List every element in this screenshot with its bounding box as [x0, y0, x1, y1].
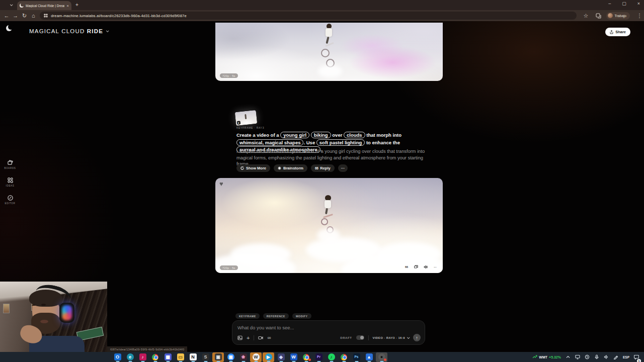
play-app-icon: ▶: [265, 353, 272, 360]
tab-title: Magical Cloud Ride | Dream M...: [26, 4, 64, 8]
model-selector[interactable]: VIDEO · RAY3 · 16:9: [373, 336, 409, 339]
taskbar-apps: Oe♪▦▭NS▣▣❀W▶◆WPr♪Ps▲●: [112, 352, 387, 362]
home-icon[interactable]: ⌂: [29, 13, 38, 19]
taskbar-app-photos-app[interactable]: ▲: [363, 352, 375, 362]
maximize-button[interactable]: ▢: [622, 1, 626, 6]
language-indicator[interactable]: ESP: [623, 355, 629, 359]
taskbar-app-window-app[interactable]: ▣: [212, 352, 224, 362]
quote-button[interactable]: 66: [403, 263, 410, 270]
taskbar-app-chrome-profile3[interactable]: [338, 352, 350, 362]
rider-figure: [322, 23, 337, 81]
video-more-button[interactable]: ···: [432, 263, 439, 270]
microphone-icon[interactable]: [594, 354, 599, 359]
draft-toggle[interactable]: [356, 335, 364, 340]
resolution-badge: 720p · 5s: [220, 265, 238, 270]
brainstorm-button[interactable]: Brainstorm: [274, 164, 307, 172]
notification-tray[interactable]: 1: [634, 352, 639, 361]
tab-groups-icon[interactable]: [596, 13, 601, 19]
taskbar-app-file-explorer[interactable]: ▭: [175, 352, 186, 362]
taskbar-app-music-app[interactable]: ♪: [137, 352, 148, 362]
sidebar-item-boards[interactable]: BOARDS: [3, 160, 17, 169]
heart-icon[interactable]: ♥: [219, 180, 223, 188]
speaker-icon[interactable]: [604, 354, 609, 359]
forward-icon[interactable]: →: [11, 13, 20, 19]
taskbar-app-spotify[interactable]: ♪: [326, 352, 337, 362]
spotify-icon: ♪: [328, 353, 335, 360]
taskbar-app-play-app[interactable]: ▶: [263, 352, 274, 362]
taskbar-app-edge[interactable]: e: [124, 352, 136, 362]
send-button[interactable]: ↑: [413, 334, 421, 341]
image-icon[interactable]: [237, 335, 243, 340]
address-bar[interactable]: dream-machine.lumalabs.ai/board/c26233db…: [40, 12, 576, 20]
taskbar-app-sticky-app[interactable]: S: [200, 352, 211, 362]
sidebar-item-editor[interactable]: EDITOR: [3, 195, 17, 205]
sparkle-icon: [278, 166, 281, 170]
taskbar-app-premiere-pro[interactable]: Pr: [313, 352, 325, 362]
chrome-icon: [152, 354, 158, 360]
stock-widget[interactable]: WMT +5.32%: [532, 354, 561, 359]
prompt-pill[interactable]: young girl: [280, 132, 309, 138]
back-icon[interactable]: ←: [2, 13, 11, 19]
frames-button[interactable]: [413, 263, 420, 270]
taskbar-app-chrome[interactable]: [149, 352, 161, 362]
reply-button[interactable]: 66 Reply: [311, 164, 335, 172]
new-tab-button[interactable]: +: [75, 3, 78, 8]
taskbar-app-microsoft-store[interactable]: ▦: [162, 352, 174, 362]
running-indicator: [254, 361, 258, 362]
loop-icon[interactable]: ∞: [267, 335, 271, 340]
taskbar-app-purple-app[interactable]: ◆: [275, 352, 287, 362]
video-camera-icon[interactable]: [258, 335, 263, 340]
luma-logo-icon[interactable]: [6, 25, 12, 31]
monitor-icon[interactable]: [575, 354, 580, 359]
sidebar-item-ideas[interactable]: IDEAS: [3, 177, 17, 187]
update-icon[interactable]: [585, 354, 590, 359]
taskbar-app-zoom[interactable]: ▣: [225, 352, 236, 362]
tab-close-icon[interactable]: ×: [66, 4, 69, 8]
show-more-button[interactable]: Show More: [236, 164, 270, 172]
taskbar-app-w-app[interactable]: W: [250, 352, 262, 362]
prompt-pill[interactable]: soft pastel lighting: [316, 139, 365, 146]
prompt-text-segment: . Use: [303, 140, 316, 145]
close-button[interactable]: ×: [637, 1, 640, 6]
notification-dot: [308, 358, 311, 361]
pen-icon[interactable]: [613, 354, 618, 359]
taskbar-app-notion[interactable]: N: [187, 352, 199, 362]
keyframe-thumbnail[interactable]: ▶: [235, 110, 258, 126]
window-app-icon: ▣: [215, 353, 222, 360]
prompt-pill[interactable]: biking: [311, 132, 331, 138]
taskbar-app-outlook[interactable]: O: [112, 352, 123, 362]
site-info-icon[interactable]: [44, 14, 48, 18]
share-button[interactable]: Share: [605, 28, 630, 36]
prompt-input[interactable]: [237, 325, 388, 330]
minimize-button[interactable]: –: [608, 1, 611, 6]
taskbar-app-photoshop[interactable]: Ps: [351, 352, 362, 362]
more-actions-button[interactable]: ···: [338, 164, 348, 172]
reload-icon[interactable]: ↻: [20, 13, 29, 19]
browser-tab[interactable]: Magical Cloud Ride | Dream M... ×: [17, 1, 71, 10]
tab-keyframe[interactable]: KEYFRAME: [235, 313, 260, 319]
tray-expand-icon[interactable]: [566, 354, 571, 359]
video-main[interactable]: ♥ 720p · 5s 66 ···: [215, 178, 443, 273]
taskbar-app-recorder-app[interactable]: ●: [376, 352, 387, 362]
webcam-person-mouth: [40, 320, 48, 323]
taskbar-app-word[interactable]: W: [288, 352, 299, 362]
purple-app-icon: ◆: [278, 353, 285, 360]
keyframe-label: KEYFRAME · RAY3: [236, 126, 264, 129]
quote-icon: 66: [315, 166, 318, 170]
board-header[interactable]: MAGICAL CLOUD RIDE: [29, 28, 108, 34]
tab-modify[interactable]: MODIFY: [292, 313, 311, 319]
tab-reference[interactable]: REFERENCE: [263, 313, 289, 319]
browser-profile-chip[interactable]: Trabajo: [606, 12, 630, 20]
bookmark-star-icon[interactable]: ☆: [582, 13, 591, 19]
audio-button[interactable]: [422, 263, 429, 270]
prompt-pill[interactable]: whimsical, magical shapes: [236, 139, 303, 146]
notification-badge: 1: [637, 359, 641, 362]
add-icon[interactable]: +: [247, 335, 250, 340]
video-top[interactable]: 720p · 5s: [215, 23, 443, 81]
taskbar-app-flower-app[interactable]: ❀: [237, 352, 249, 362]
taskbar-app-chrome-profile2[interactable]: [300, 352, 312, 362]
browser-menu-kebab-icon[interactable]: ⋮: [635, 13, 644, 19]
prompt-pill[interactable]: clouds: [344, 132, 365, 138]
running-indicator: [279, 361, 283, 362]
tab-search-icon[interactable]: [10, 2, 12, 7]
